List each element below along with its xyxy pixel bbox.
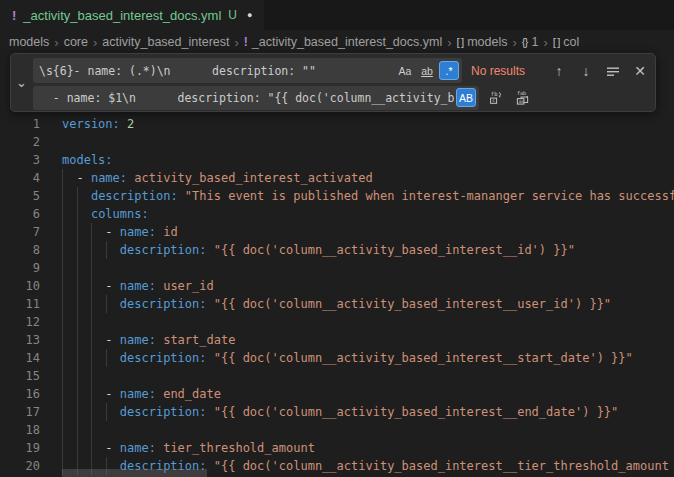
code-line[interactable]: 19 - name: tier_threshold_amount (0, 439, 674, 457)
code-line[interactable]: 2 (0, 133, 674, 151)
code-token: name: (120, 441, 156, 455)
find-in-selection-icon (606, 64, 620, 78)
code-token (62, 351, 120, 365)
code-line-text: columns: (62, 205, 149, 223)
code-line[interactable]: 17 description: "{{ doc('column__activit… (0, 403, 674, 421)
breadcrumb-item-models[interactable]: models (9, 35, 49, 49)
git-status-badge: U (228, 8, 237, 22)
breadcrumb-separator-icon: › (543, 35, 547, 50)
code-line[interactable]: 15 (0, 367, 674, 385)
code-token: - (62, 333, 120, 347)
code-editor[interactable]: 1version: 223models:4 - name: activity_b… (0, 115, 674, 475)
tab-activity-based-interest-docs[interactable]: ! _activity_based_interest_docs.yml U ● (0, 0, 264, 30)
breadcrumb-label: col (563, 35, 579, 49)
replace-button[interactable]: fb c (484, 87, 506, 109)
next-match-button[interactable]: ↓ (575, 60, 597, 82)
modified-dot-icon[interactable]: ● (247, 10, 252, 20)
find-results-count: No results (471, 64, 543, 78)
line-number: 1 (0, 115, 40, 133)
close-find-button[interactable]: ✕ (629, 60, 651, 82)
svg-text:fb: fb (490, 91, 497, 97)
code-line-text: description: "{{ doc('column__activity_b… (62, 295, 611, 313)
code-line[interactable]: 11 description: "{{ doc('column__activit… (0, 295, 674, 313)
code-token (207, 243, 214, 257)
indent-guide (62, 259, 63, 277)
indent-guide (91, 421, 92, 439)
indent-guide (77, 421, 78, 439)
breadcrumb-item-activity-based-interest[interactable]: activity_based_interest (102, 35, 229, 49)
code-token: "{{ doc('column__activity_based_interest… (214, 351, 633, 365)
toggle-replace-chevron-icon[interactable]: ⌄ (11, 54, 32, 111)
find-in-selection-button[interactable] (602, 60, 624, 82)
code-token: "{{ doc('column__activity_based_interest… (214, 243, 575, 257)
code-token: "{{ doc('column__activity_based_interest… (214, 297, 611, 311)
code-line[interactable]: 8 description: "{{ doc('column__activity… (0, 241, 674, 259)
code-token (207, 459, 214, 473)
breadcrumb-label: core (64, 35, 88, 49)
code-token (62, 297, 120, 311)
code-token: - (62, 387, 120, 401)
horizontal-scrollbar-thumb[interactable] (62, 469, 207, 477)
code-line[interactable]: 12 (0, 313, 674, 331)
regex-toggle[interactable]: .* (439, 61, 459, 80)
indent-guide (77, 367, 78, 385)
line-number: 16 (0, 385, 40, 403)
find-query-text[interactable]: \s{6}- name: (.*)\n description: "" (39, 64, 393, 78)
code-token: "{{ doc('column__activity_based_interest… (214, 405, 619, 419)
code-line[interactable]: 13 - name: start_date (0, 331, 674, 349)
code-line[interactable]: 5 description: "This event is published … (0, 187, 674, 205)
code-token (207, 297, 214, 311)
breadcrumb-item--activity-based-interest-docs-yml[interactable]: !_activity_based_interest_docs.yml (244, 35, 442, 49)
replace-text[interactable]: - name: $1\n description: "{{ doc('colum… (39, 91, 454, 105)
indent-guide (62, 313, 63, 331)
code-line[interactable]: 7 - name: id (0, 223, 674, 241)
indent-guide (91, 367, 92, 385)
line-number: 2 (0, 133, 40, 151)
breadcrumb-item-core[interactable]: core (64, 35, 88, 49)
code-token: version: (62, 117, 120, 131)
line-number: 3 (0, 151, 40, 169)
code-line[interactable]: 9 (0, 259, 674, 277)
code-line[interactable]: 1version: 2 (0, 115, 674, 133)
code-token: - (62, 279, 120, 293)
line-number: 8 (0, 241, 40, 259)
previous-match-button[interactable]: ↑ (548, 60, 570, 82)
match-case-toggle[interactable]: Aa (395, 61, 415, 80)
code-line-text: - name: start_date (62, 331, 235, 349)
code-line-text: - name: user_id (62, 277, 214, 295)
preserve-case-toggle[interactable]: AB (456, 88, 476, 107)
code-token: description: (120, 351, 207, 365)
code-line[interactable]: 6 columns: (0, 205, 674, 223)
code-token: description: (120, 405, 207, 419)
code-line[interactable]: 14 description: "{{ doc('column__activit… (0, 349, 674, 367)
breadcrumb-item-1[interactable]: {}1 (522, 35, 539, 49)
code-token: id (163, 225, 177, 239)
code-token: description: (120, 243, 207, 257)
code-line[interactable]: 4 - name: activity_based_interest_activa… (0, 169, 674, 187)
indent-guide (91, 313, 92, 331)
code-token: "This event is published when interest-m… (185, 189, 674, 203)
breadcrumb-item-col[interactable]: [ ]col (553, 35, 580, 49)
whole-word-toggle[interactable]: ab (417, 61, 437, 80)
code-token: - (62, 171, 91, 185)
line-number: 11 (0, 295, 40, 313)
replace-input[interactable]: - name: $1\n description: "{{ doc('colum… (33, 86, 479, 110)
find-input[interactable]: \s{6}- name: (.*)\n description: "" Aa a… (33, 58, 462, 83)
breadcrumb-item-models[interactable]: [ ]models (457, 35, 508, 49)
code-line[interactable]: 10 - name: user_id (0, 277, 674, 295)
line-number: 17 (0, 403, 40, 421)
line-number: 12 (0, 313, 40, 331)
code-token: end_date (163, 387, 221, 401)
code-token (207, 351, 214, 365)
code-line[interactable]: 3models: (0, 151, 674, 169)
object-symbol-icon: {} (522, 36, 528, 48)
code-token: name: (91, 171, 127, 185)
breadcrumb-separator-icon: › (512, 35, 516, 50)
line-number: 20 (0, 457, 40, 475)
breadcrumb-separator-icon: › (54, 35, 58, 50)
code-line[interactable]: 16 - name: end_date (0, 385, 674, 403)
svg-text:fab: fab (516, 90, 525, 96)
replace-all-button[interactable]: fab ac (511, 87, 533, 109)
line-number: 15 (0, 367, 40, 385)
code-line[interactable]: 18 (0, 421, 674, 439)
